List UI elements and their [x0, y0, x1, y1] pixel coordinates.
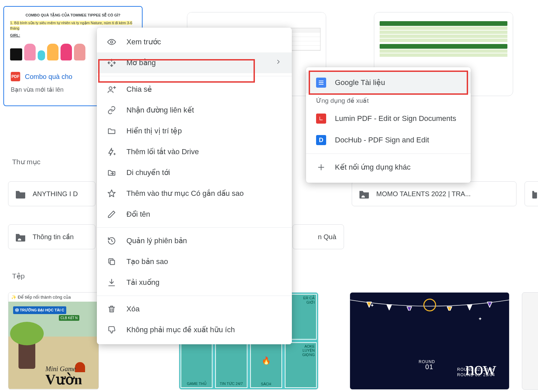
submenu-separator — [306, 154, 471, 154]
download-icon — [107, 278, 116, 287]
menu-move-to[interactable]: Di chuyển tới — [97, 162, 292, 183]
svg-marker-4 — [467, 305, 472, 310]
folder-label: ANYTHING I D — [33, 190, 78, 198]
star-icon — [107, 189, 116, 198]
shared-folder-icon — [16, 232, 25, 242]
menu-separator — [97, 76, 292, 76]
move-icon — [107, 168, 116, 177]
tile-a-caption: Để tiếp nối thành công của — [18, 295, 71, 300]
submenu-google-docs[interactable]: Google Tài liệu — [306, 72, 471, 93]
dochub-icon: D — [316, 135, 326, 145]
menu-show-location[interactable]: Hiển thị vị trí tệp — [97, 121, 292, 141]
svg-marker-1 — [387, 305, 392, 310]
folder-anything[interactable]: ANYTHING I D — [8, 181, 95, 206]
folder-icon — [532, 189, 537, 199]
context-menu: Xem trước Mở bằng Chia sẻ Nhận đường liê… — [97, 28, 292, 344]
thumb-doc-title: COMBO QUÀ TẶNG CỦA TOMMEE TIPPEE SẼ CÓ G… — [10, 13, 136, 18]
share-icon — [107, 85, 116, 94]
menu-open-with[interactable]: Mở bằng — [97, 52, 292, 73]
menu-preview[interactable]: Xem trước — [97, 32, 292, 52]
svg-marker-5 — [487, 302, 492, 307]
edit-icon — [107, 210, 116, 219]
menu-share[interactable]: Chia sẻ — [97, 79, 292, 100]
shared-folder-icon — [359, 189, 369, 199]
google-docs-icon — [316, 78, 326, 88]
folder-label: n Quà — [318, 233, 336, 241]
menu-separator — [97, 227, 292, 228]
history-icon — [107, 236, 116, 246]
pdf-icon: PDF — [11, 72, 20, 81]
open-with-submenu: Google Tài liệu Ứng dụng đề xuất Lumin P… — [306, 67, 471, 183]
folder-qua[interactable]: n Quà — [293, 224, 344, 249]
menu-download[interactable]: Tải xuống — [97, 272, 292, 293]
submenu-suggested-heading: Ứng dụng đề xuất — [306, 93, 471, 108]
menu-make-copy[interactable]: Tạo bản sao — [97, 251, 292, 272]
menu-rename[interactable]: Đổi tên — [97, 204, 292, 225]
submenu-dochub[interactable]: D DocHub - PDF Sign and Edit — [306, 129, 471, 151]
thumb-sheet — [380, 21, 507, 57]
folder-icon — [107, 126, 116, 136]
submenu-lumin[interactable]: Lumin PDF - Edit or Sign Documents — [306, 108, 471, 129]
folder-label: Thông tin cần — [33, 233, 74, 241]
eye-icon — [107, 37, 116, 47]
chevron-right-icon — [275, 58, 282, 67]
trash-icon — [107, 304, 116, 314]
file-tile-partial[interactable] — [522, 292, 538, 390]
svg-marker-2 — [407, 307, 412, 311]
folder-momo[interactable]: MOMO TALENTS 2022 | TRA... — [352, 181, 516, 206]
menu-not-helpful[interactable]: Không phải mục đề xuất hữu ích — [97, 319, 292, 340]
menu-get-link[interactable]: Nhận đường liên kết — [97, 100, 292, 121]
folder-icon — [16, 189, 25, 199]
svg-rect-8 — [110, 260, 115, 265]
svg-point-6 — [111, 41, 113, 43]
folder-partial[interactable] — [525, 181, 538, 206]
link-icon — [107, 105, 116, 115]
menu-delete[interactable]: Xóa — [97, 299, 292, 319]
menu-add-shortcut[interactable]: Thêm lối tắt vào Drive — [97, 141, 292, 162]
open-with-icon — [107, 58, 116, 68]
logo-icon — [423, 299, 436, 311]
svg-marker-3 — [447, 307, 452, 311]
copy-icon — [107, 257, 116, 266]
thumbs-down-icon — [107, 325, 116, 335]
folder-thongtin[interactable]: Thông tin cần — [8, 224, 95, 249]
lumin-icon — [316, 114, 326, 124]
card-title: Combo quà cho — [25, 73, 72, 81]
section-folders: Thư mục — [12, 158, 40, 166]
menu-star[interactable]: Thêm vào thư mục Có gắn dấu sao — [97, 183, 292, 204]
menu-manage-versions[interactable]: Quản lý phiên bản — [97, 230, 292, 251]
svg-point-7 — [109, 87, 112, 90]
menu-separator — [97, 296, 292, 296]
file-tile-now[interactable]: ROUND 01 now ROUND 02: 23/04 ROUND 03: 2… — [350, 292, 509, 390]
section-files: Tệp — [12, 272, 25, 280]
submenu-connect-more[interactable]: Kết nối ứng dụng khác — [306, 157, 471, 178]
drive-shortcut-icon — [107, 147, 116, 157]
file-tile-garden[interactable]: ✨ Để tiếp nối thành công của Ⓜ TRƯỜNG ĐẠ… — [8, 292, 99, 390]
folder-label: MOMO TALENTS 2022 | TRA... — [376, 190, 471, 198]
plus-icon — [316, 162, 326, 172]
